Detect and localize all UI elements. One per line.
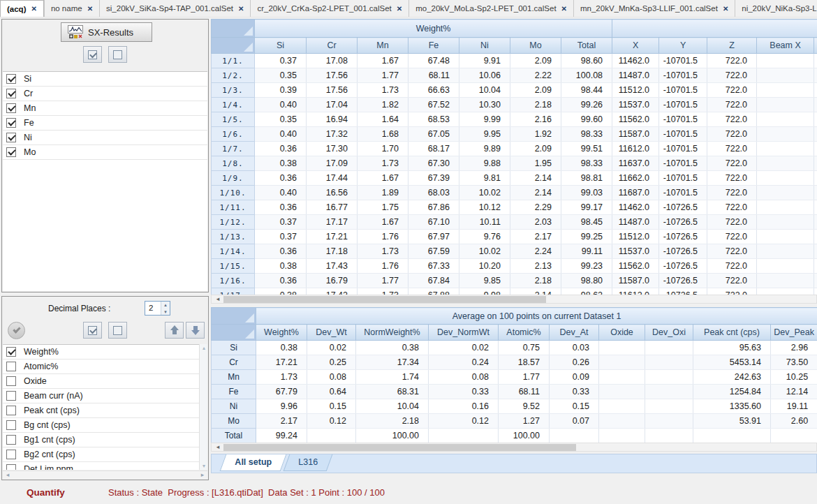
column-header-fe[interactable]: Fe xyxy=(408,38,459,54)
cell[interactable]: 0.12 xyxy=(307,414,356,429)
document-tab-acq[interactable]: (acq)✕ xyxy=(0,0,44,17)
column-header-x[interactable]: X xyxy=(612,38,659,54)
cell[interactable]: 98.33 xyxy=(561,127,612,142)
cell[interactable]: 67.84 xyxy=(408,274,459,288)
cell[interactable]: -10701.5 xyxy=(659,98,707,112)
scroll-down-icon[interactable]: ▾ xyxy=(200,463,208,469)
cell[interactable]: 98.45 xyxy=(561,215,612,230)
cell[interactable] xyxy=(757,215,814,230)
close-icon[interactable]: ✕ xyxy=(87,5,93,13)
cell[interactable]: 67.33 xyxy=(408,259,459,274)
cell[interactable]: 1.67 xyxy=(358,215,408,230)
cell[interactable]: 1.89 xyxy=(358,186,408,200)
cell[interactable]: 68.11 xyxy=(408,68,459,83)
cell[interactable]: 67.86 xyxy=(408,200,459,215)
cell[interactable]: 95.63 xyxy=(693,341,771,355)
cell[interactable]: 17.34 xyxy=(356,355,429,370)
column-header-mo[interactable]: Mo xyxy=(510,38,561,54)
cell[interactable]: 1.67 xyxy=(358,171,408,186)
cell[interactable]: 11612.0 xyxy=(612,142,659,156)
cell[interactable]: 98.60 xyxy=(561,54,612,68)
cell[interactable]: 0.38 xyxy=(255,288,307,295)
option-item-weight[interactable]: Weight% xyxy=(3,345,199,360)
cell[interactable]: 722.0 xyxy=(707,215,757,230)
scroll-thumb[interactable] xyxy=(223,296,546,303)
move-up-button[interactable] xyxy=(165,322,184,339)
cell[interactable]: 68.11 xyxy=(499,385,550,399)
cell[interactable]: 5453.14 xyxy=(693,355,771,370)
cell[interactable]: 722.0 xyxy=(707,156,757,171)
cell[interactable]: 0.07 xyxy=(550,414,599,429)
cell[interactable]: 1.76 xyxy=(358,230,408,244)
cell[interactable]: 10.12 xyxy=(459,200,510,215)
cell[interactable]: -10726.5 xyxy=(659,244,707,259)
cell[interactable]: 9.52 xyxy=(499,399,550,414)
cell[interactable]: 1.76 xyxy=(358,259,408,274)
dataset-tab-all-setup[interactable]: All setup xyxy=(220,454,287,471)
cell[interactable]: 2.14 xyxy=(510,186,561,200)
checked-checkbox[interactable] xyxy=(6,89,16,98)
cell[interactable]: -10701.5 xyxy=(659,142,707,156)
cell[interactable]: 2.18 xyxy=(356,414,429,429)
cell[interactable]: 1.70 xyxy=(358,142,408,156)
cell[interactable]: 17.43 xyxy=(307,259,358,274)
cell[interactable]: 67.39 xyxy=(408,171,459,186)
cell[interactable]: 9.99 xyxy=(459,112,510,127)
cell[interactable]: 17.56 xyxy=(307,68,358,83)
cell[interactable]: 0.38 xyxy=(356,341,429,355)
row-header[interactable]: 1/11. xyxy=(212,200,255,215)
row-header[interactable]: 1/17. xyxy=(212,288,255,295)
cell[interactable] xyxy=(757,68,814,83)
cell[interactable]: -10726.5 xyxy=(659,259,707,274)
cell[interactable]: 722.0 xyxy=(707,68,757,83)
option-item-oxide[interactable]: Oxide xyxy=(3,374,199,389)
close-icon[interactable]: ✕ xyxy=(561,5,567,13)
cell[interactable]: -10726.5 xyxy=(659,200,707,215)
column-header-dev-peak[interactable]: Dev_Peak xyxy=(771,325,817,341)
checked-checkbox[interactable] xyxy=(6,103,16,113)
cell[interactable]: 100.00 xyxy=(356,429,429,443)
close-icon[interactable]: ✕ xyxy=(723,5,728,13)
cell[interactable]: 0.36 xyxy=(255,244,307,259)
cell[interactable]: 9.76 xyxy=(459,230,510,244)
cell[interactable]: 2.09 xyxy=(510,83,561,98)
cell[interactable]: 9.98 xyxy=(459,288,510,295)
cell[interactable]: 1.74 xyxy=(356,370,429,385)
cell[interactable]: 67.52 xyxy=(408,98,459,112)
cell[interactable]: 67.30 xyxy=(408,156,459,171)
move-down-button[interactable] xyxy=(186,322,205,339)
cell[interactable] xyxy=(757,230,814,244)
cell[interactable]: 2.60 xyxy=(771,414,817,429)
cell[interactable]: 0.09 xyxy=(550,370,599,385)
cell[interactable]: 722.0 xyxy=(707,83,757,98)
cell[interactable]: 0.37 xyxy=(255,230,307,244)
cell[interactable]: 1.77 xyxy=(358,274,408,288)
cell[interactable]: 11512.0 xyxy=(612,83,659,98)
cell[interactable]: 11462.0 xyxy=(612,54,659,68)
row-header[interactable]: Cr xyxy=(212,355,256,370)
element-item-cr[interactable]: Cr xyxy=(3,87,207,101)
cell[interactable]: 67.48 xyxy=(408,54,459,68)
cell[interactable]: 11462.0 xyxy=(612,200,659,215)
cell[interactable]: 11687.0 xyxy=(612,186,659,200)
cell[interactable]: 0.02 xyxy=(307,341,356,355)
close-icon[interactable]: ✕ xyxy=(397,5,402,13)
cell[interactable]: 17.42 xyxy=(307,288,358,295)
cell[interactable]: 99.23 xyxy=(561,259,612,274)
row-header[interactable]: 1/8. xyxy=(212,156,255,171)
cell[interactable] xyxy=(429,429,499,443)
cell[interactable]: 11537.0 xyxy=(612,244,659,259)
cell[interactable]: 722.0 xyxy=(707,259,757,274)
option-item-det-lim-ppm[interactable]: Det.Lim ppm xyxy=(3,462,199,470)
cell[interactable]: 0.38 xyxy=(255,156,307,171)
cell[interactable]: -10726.5 xyxy=(659,288,707,295)
cell[interactable]: 0.33 xyxy=(550,385,599,399)
cell[interactable]: 11487.0 xyxy=(612,68,659,83)
document-tab-ni-20kv-nika-sp3-llif-001-calset[interactable]: ni_20kV_NiKa-Sp3-LLIF_001.calSet✕ xyxy=(735,0,817,17)
unchecked-checkbox[interactable] xyxy=(6,420,16,430)
cell[interactable]: -10701.5 xyxy=(659,186,707,200)
cell[interactable] xyxy=(757,186,814,200)
cell[interactable]: 18.57 xyxy=(499,355,550,370)
cell[interactable]: 11587.0 xyxy=(612,127,659,142)
scroll-left-icon[interactable]: ◂ xyxy=(213,443,223,451)
